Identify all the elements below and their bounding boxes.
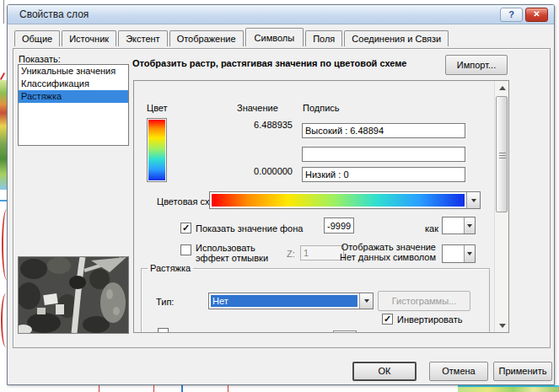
titlebar[interactable]: Свойства слоя ? ✕ xyxy=(8,5,554,24)
question-icon: ? xyxy=(508,9,514,19)
high-value: 6.488935 xyxy=(225,120,293,130)
value-column-header: Значение xyxy=(237,103,278,113)
hillshade-label-line2: эффект отмывки xyxy=(196,253,268,263)
chevron-down-icon[interactable] xyxy=(464,217,475,234)
nodata-label-line2: Нет данных символом xyxy=(333,252,436,262)
label-column-header: Подпись xyxy=(303,103,340,113)
hillshade-label-line1: Использовать xyxy=(196,243,268,253)
chevron-down-icon[interactable] xyxy=(466,192,480,208)
map-background-bottom xyxy=(0,385,559,392)
apply-button[interactable]: Применить xyxy=(493,362,552,381)
tab-extent[interactable]: Экстент xyxy=(118,30,168,46)
hillshade-checkbox[interactable] xyxy=(180,244,191,255)
tab-joins-relates[interactable]: Соединения и Связи xyxy=(344,30,449,46)
show-background-checkbox[interactable]: ✓ xyxy=(180,223,191,234)
stretch-type-combo[interactable]: Нет xyxy=(208,293,374,309)
check-icon: ✓ xyxy=(182,223,190,233)
tab-display[interactable]: Отображение xyxy=(169,30,244,46)
aerial-preview-image xyxy=(19,257,128,333)
show-background-label[interactable]: Показать значение фона xyxy=(196,223,303,234)
list-item-stretched[interactable]: Растяжка xyxy=(19,90,128,103)
nodata-symbol-combo[interactable] xyxy=(442,244,476,263)
stretch-type-value: Нет xyxy=(211,295,357,307)
check-icon: ✓ xyxy=(384,314,391,324)
cancel-button[interactable]: Отмена xyxy=(429,362,488,381)
import-button[interactable]: Импорт... xyxy=(445,55,508,75)
list-item-unique-values[interactable]: Уникальные значения xyxy=(19,65,128,78)
symbology-tab-page: Показать: Уникальные значения Классифика… xyxy=(13,48,551,348)
background-as-combo[interactable] xyxy=(442,217,476,234)
stretch-type-label: Тип: xyxy=(156,297,174,307)
scrollbar-thumb[interactable] xyxy=(496,96,508,212)
stretch-group-label: Растяжка xyxy=(148,263,193,273)
high-label-input[interactable] xyxy=(302,123,465,138)
map-line xyxy=(3,0,4,24)
tab-general[interactable]: Общие xyxy=(14,30,60,46)
map-red-line xyxy=(228,385,228,392)
screen: Свойства слоя ? ✕ Общие Источник Экстент… xyxy=(0,0,559,392)
map-cyan-line xyxy=(458,385,559,387)
map-red-mark xyxy=(0,72,5,80)
scroll-up-icon[interactable] xyxy=(495,81,509,94)
map-blue-line xyxy=(181,385,183,392)
background-value-input[interactable] xyxy=(324,217,354,234)
renderer-description: Отобразить растр, растягивая значения по… xyxy=(132,58,446,68)
color-ramp-vertical xyxy=(147,118,167,182)
clipped-checkbox xyxy=(158,328,169,333)
window-title: Свойства слоя xyxy=(19,8,89,20)
low-value: 0.000000 xyxy=(225,166,293,176)
color-scheme-gradient xyxy=(212,194,465,207)
tab-fields[interactable]: Поля xyxy=(305,30,342,46)
as-label: как xyxy=(413,223,438,234)
low-label-input[interactable] xyxy=(302,167,465,182)
invert-checkbox[interactable]: ✓ xyxy=(382,314,393,325)
tab-source[interactable]: Источник xyxy=(62,30,116,46)
panel-scrollbar[interactable] xyxy=(494,81,508,332)
close-button[interactable]: ✕ xyxy=(525,8,548,22)
tab-symbology[interactable]: Символы xyxy=(245,28,304,46)
chevron-down-icon[interactable] xyxy=(359,293,373,309)
ok-button[interactable]: ОК xyxy=(352,362,417,381)
tab-strip: Общие Источник Экстент Отображение Симво… xyxy=(14,28,450,46)
chevron-down-icon[interactable] xyxy=(464,245,475,262)
layer-properties-dialog: Свойства слоя ? ✕ Общие Источник Экстент… xyxy=(7,4,555,385)
nodata-label: Отображать значение Нет данных символом xyxy=(333,242,436,262)
symbology-options-panel: Цвет Значение Подпись 6.488935 0.000000 … xyxy=(133,80,509,333)
middle-label-input[interactable] xyxy=(302,147,465,162)
color-scheme-combo[interactable] xyxy=(209,191,481,209)
z-label: Z: xyxy=(287,249,295,259)
hillshade-label[interactable]: Использовать эффект отмывки xyxy=(196,243,268,263)
scroll-down-icon[interactable] xyxy=(495,319,509,332)
histograms-button: Гистограммы... xyxy=(378,291,470,311)
nodata-label-line1: Отображать значение xyxy=(333,242,436,252)
color-ramp-gradient xyxy=(148,120,165,180)
invert-label[interactable]: Инвертировать xyxy=(397,314,462,325)
preview-thumbnail xyxy=(18,256,129,334)
map-red-line xyxy=(153,385,154,392)
close-icon: ✕ xyxy=(533,9,540,19)
clipped-field xyxy=(333,330,357,333)
color-column-header: Цвет xyxy=(147,103,168,113)
show-label: Показать: xyxy=(19,54,61,64)
help-button[interactable]: ? xyxy=(500,8,523,22)
map-red-line xyxy=(99,385,99,392)
scrollbar-grip xyxy=(499,153,506,158)
list-item-classified[interactable]: Классификация xyxy=(19,78,128,90)
renderer-list[interactable]: Уникальные значения Классификация Растяж… xyxy=(18,64,129,146)
